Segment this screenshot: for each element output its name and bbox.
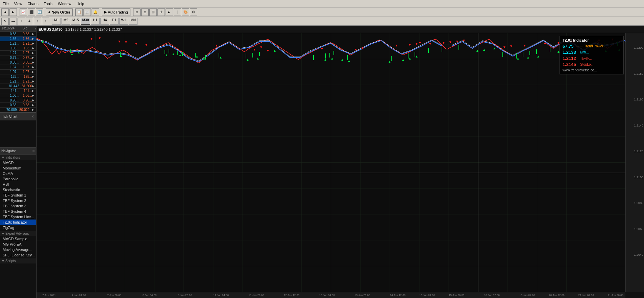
watchlist-row[interactable]: 1.36... 1.36... ▶	[0, 37, 36, 41]
svg-text:▼: ▼	[418, 41, 422, 45]
nav-indicator-item[interactable]: TBF System Lice...	[0, 214, 36, 220]
nav-indicator-item[interactable]: TBF System 1	[0, 192, 36, 198]
nav-item-label: TBF System 1	[3, 193, 26, 197]
tf-h4[interactable]: H4	[100, 18, 109, 25]
watchlist-header: 13:16:24 Bid Ask ✕	[0, 26, 36, 32]
nav-indicator-item[interactable]: Tj10x Indicator	[0, 220, 36, 225]
wl-ask: 1.07...	[19, 70, 32, 74]
wl-arrow: ▶	[32, 32, 35, 36]
svg-text:▼: ▼	[354, 48, 357, 51]
nav-item-label: ZigZag	[3, 226, 14, 230]
tb-crosshair[interactable]: ✛	[157, 8, 165, 16]
nav-indicator-item[interactable]: RSI	[0, 182, 36, 187]
svg-text:▲: ▲	[341, 58, 344, 62]
nav-ea-item[interactable]: MG Pro EA	[0, 242, 36, 247]
tb-history[interactable]: 📋	[75, 8, 83, 16]
nav-ea-item[interactable]: MACD Sample	[0, 236, 36, 242]
wl-arrow: ▶	[32, 66, 35, 69]
tb-line[interactable]: —	[9, 18, 17, 25]
watchlist-row[interactable]: 0.88... 0.88... ▶	[0, 60, 36, 65]
tb-back[interactable]: ◄	[1, 8, 9, 16]
watchlist-row[interactable]: 1.21... 1.21... ▶	[0, 79, 36, 84]
wl-ask: 1.21...	[19, 79, 32, 83]
take-profit-label: TakeP...	[580, 56, 592, 60]
watchlist-row[interactable]: 0.77... 0.77... ▶	[0, 55, 36, 60]
tb-refresh[interactable]: 🔄	[36, 8, 43, 16]
tb-new-chart[interactable]: 📈	[20, 8, 27, 16]
svg-text:▲: ▲	[70, 52, 74, 56]
price-axis: 1.2200 1.2180 1.2160 1.2140 1.2120 1.210…	[625, 33, 644, 292]
nav-indicator-item[interactable]: MACD	[0, 160, 36, 165]
wl-symbol	[1, 70, 6, 74]
nav-indicator-item[interactable]: Momentum	[0, 165, 36, 171]
watchlist-row[interactable]: 1.06... 1.06... ▶	[0, 93, 36, 98]
tb-alerts[interactable]: 🔔	[92, 8, 99, 16]
nav-ea-item[interactable]: SFL_License Key...	[0, 252, 36, 258]
tb-zoom-out[interactable]: ⊖	[141, 8, 149, 16]
nav-item-label: Stochastic	[3, 188, 20, 192]
tb-templates[interactable]: ⬛	[28, 8, 35, 16]
svg-text:▲: ▲	[202, 56, 205, 60]
tb-cross[interactable]: +	[18, 18, 25, 25]
nav-indicator-item[interactable]: ZigZag	[0, 225, 36, 230]
tick-chart-label[interactable]: Tick Chart ✕	[0, 112, 36, 120]
chart-area[interactable]: EURUSD,M30 1.21258 1.21337 1.21240 1.213…	[36, 26, 644, 298]
nav-indicator-item[interactable]: TBF System 2	[0, 198, 36, 203]
svg-text:▼: ▼	[118, 40, 121, 43]
watchlist-row[interactable]: 0.98... 0.98... ▶	[0, 98, 36, 103]
watchlist-row[interactable]: 125... 125... ▶	[0, 74, 36, 79]
nav-indicator-item[interactable]: Stochastic	[0, 187, 36, 192]
menu-bar: File View Charts Tools Window Help	[0, 0, 644, 7]
tb-text[interactable]: A	[26, 18, 33, 25]
tb-forward[interactable]: ►	[9, 8, 17, 16]
tf-w1[interactable]: W1	[119, 18, 128, 25]
watchlist-row[interactable]: 141... 141... ▶	[0, 89, 36, 93]
nav-item-label: MACD	[3, 161, 14, 165]
menu-tools[interactable]: Tools	[41, 1, 55, 6]
tf-m5[interactable]: M5	[61, 18, 70, 25]
watchlist-row[interactable]: 81.443 81.500 ▶	[0, 84, 36, 89]
watchlist-row[interactable]: 1.27... 1.27... ▶	[0, 51, 36, 55]
watchlist-row[interactable]: 1.57... 1.57... ▶	[0, 65, 36, 70]
tf-m30[interactable]: M30	[81, 18, 90, 25]
tb-period-sep[interactable]: |	[174, 8, 181, 16]
tick-chart-close[interactable]: ✕	[31, 115, 34, 118]
tf-h1[interactable]: H1	[91, 18, 100, 25]
trend-power-value: 67.75	[563, 44, 574, 49]
tf-m15[interactable]: M15	[71, 18, 80, 25]
tb-zoom-in[interactable]: ⊕	[133, 8, 141, 16]
watchlist-row[interactable]: 1.07... 1.07... ▶	[0, 70, 36, 74]
tf-m1[interactable]: M1	[52, 18, 61, 25]
tb-arrow[interactable]: ↑	[34, 18, 41, 25]
tf-d1[interactable]: D1	[110, 18, 119, 25]
tf-mn[interactable]: MN	[129, 18, 138, 25]
watchlist-row[interactable]: 0.68... 0.68... ▶	[0, 103, 36, 108]
menu-view[interactable]: View	[11, 1, 25, 6]
nav-close[interactable]: ✕	[32, 149, 35, 153]
tb-scroll-right[interactable]: ▸	[166, 8, 173, 16]
tb-settings[interactable]: ⚙	[190, 8, 197, 16]
menu-file[interactable]: File	[0, 1, 11, 6]
tb-draw-cursor[interactable]: ↖	[1, 18, 9, 25]
watchlist-row[interactable]: 0.88... 0.88... ▶	[0, 32, 36, 37]
nav-indicator-item[interactable]: TBF System 3	[0, 203, 36, 209]
menu-charts[interactable]: Charts	[25, 1, 41, 6]
wl-bid: 0.88...	[6, 32, 19, 36]
tb-measure[interactable]: ↕	[42, 18, 49, 25]
nav-ea-item[interactable]: Moving Average...	[0, 247, 36, 252]
auto-trading-button[interactable]: ▶ AutoTrading	[102, 8, 130, 16]
nav-scroll-container[interactable]: ▼IndicatorsMACDMomentumOsMAParabolicRSIS…	[0, 155, 36, 298]
nav-indicator-item[interactable]: TBF System 4	[0, 209, 36, 214]
tb-news[interactable]: 📰	[83, 8, 91, 16]
nav-indicator-item[interactable]: OsMA	[0, 171, 36, 176]
nav-indicator-item[interactable]: Parabolic	[0, 176, 36, 182]
watchlist-row[interactable]: 1.21... 1.21... ▶	[0, 41, 36, 46]
new-order-button[interactable]: + New Order	[46, 8, 73, 16]
svg-text:▲: ▲	[526, 55, 530, 59]
tb-chart-grid[interactable]: ⊞	[149, 8, 157, 16]
watchlist-row[interactable]: 70.009... 80.022... ▶	[0, 108, 36, 112]
watchlist-row[interactable]: 103... 103... ▶	[0, 46, 36, 51]
menu-help[interactable]: Help	[74, 1, 87, 6]
tb-color[interactable]: 🎨	[182, 8, 189, 16]
menu-window[interactable]: Window	[55, 1, 74, 6]
